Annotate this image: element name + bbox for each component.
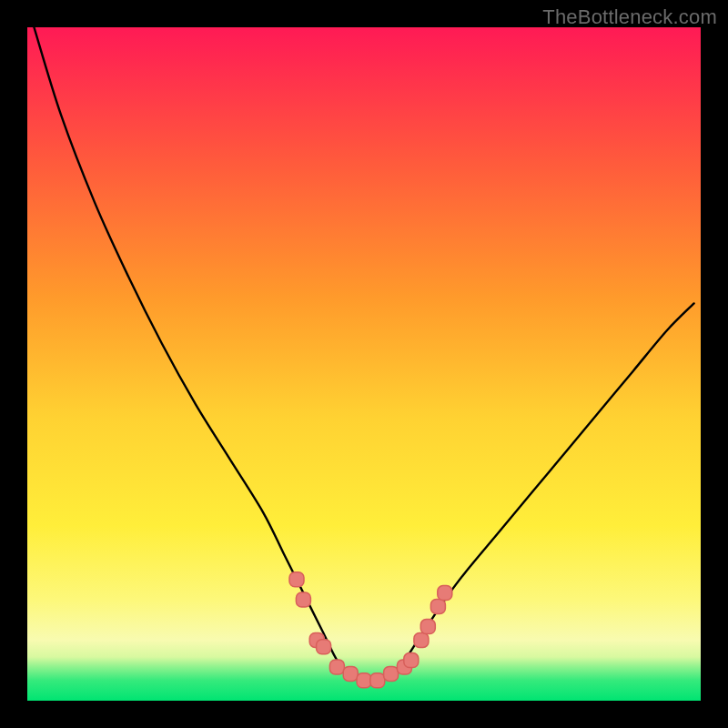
marker-point [343, 666, 358, 681]
watermark-text: TheBottleneck.com [542, 5, 717, 29]
plot-area [27, 27, 701, 701]
marker-point [317, 640, 331, 654]
gradient-background [27, 27, 701, 701]
marker-point [430, 599, 445, 613]
marker-point [296, 592, 310, 607]
marker-point [289, 572, 304, 587]
marker-point [438, 586, 452, 601]
marker-point [370, 673, 385, 688]
marker-point [357, 673, 371, 688]
chart-frame: TheBottleneck.com [0, 0, 728, 728]
marker-point [404, 653, 419, 668]
marker-point [329, 660, 344, 674]
marker-point [414, 632, 429, 647]
chart-svg [27, 27, 701, 701]
marker-point [384, 666, 399, 681]
marker-point [420, 620, 435, 634]
